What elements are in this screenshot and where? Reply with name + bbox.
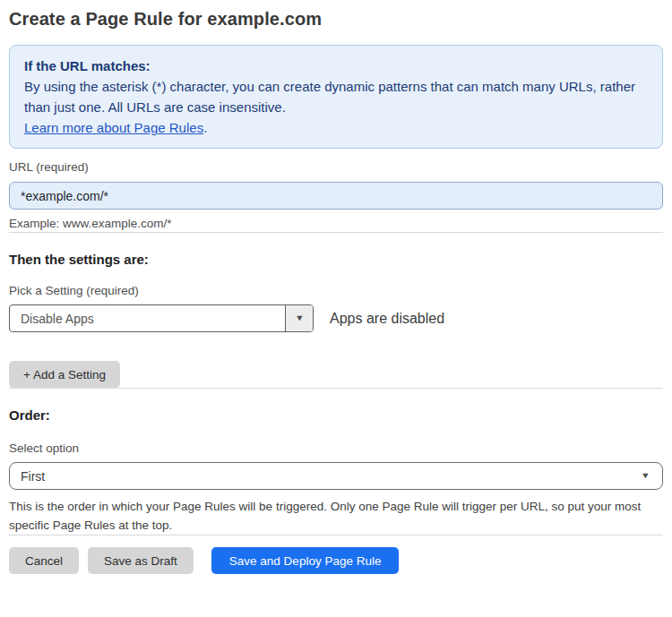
- add-setting-button[interactable]: + Add a Setting: [9, 361, 120, 388]
- info-box-body: By using the asterisk (*) character, you…: [24, 76, 648, 117]
- page-rule-form: Create a Page Rule for example.com If th…: [0, 0, 672, 583]
- order-select[interactable]: First ▼: [9, 462, 663, 490]
- order-select-label: Select option: [9, 441, 663, 457]
- url-field-label: URL (required): [9, 159, 663, 176]
- save-as-draft-button[interactable]: Save as Draft: [88, 547, 194, 574]
- caret-down-icon: ▼: [295, 314, 305, 322]
- divider: [9, 232, 663, 233]
- setting-select-value: Disable Apps: [10, 305, 285, 331]
- url-input[interactable]: [9, 182, 663, 210]
- info-box-heading: If the URL matches:: [24, 56, 648, 76]
- url-example-helper: Example: www.example.com/*: [9, 216, 663, 232]
- caret-down-icon: ▼: [641, 472, 650, 480]
- setting-picker-row: Disable Apps ▼ Apps are disabled: [9, 304, 663, 332]
- order-helper-text: This is the order in which your Page Rul…: [9, 497, 658, 535]
- settings-section-heading: Then the settings are:: [9, 251, 663, 269]
- learn-more-link[interactable]: Learn more about Page Rules: [24, 120, 203, 135]
- save-and-deploy-button[interactable]: Save and Deploy Page Rule: [211, 547, 400, 574]
- setting-select[interactable]: Disable Apps ▼: [9, 304, 314, 332]
- setting-select-arrow-button[interactable]: ▼: [285, 305, 313, 331]
- divider: [9, 535, 663, 536]
- setting-picker-label: Pick a Setting (required): [9, 283, 663, 299]
- page-title: Create a Page Rule for example.com: [9, 7, 663, 30]
- order-select-value: First: [21, 469, 45, 484]
- cancel-button[interactable]: Cancel: [9, 547, 79, 574]
- form-actions: Cancel Save as Draft Save and Deploy Pag…: [9, 547, 663, 574]
- link-period: .: [203, 120, 207, 135]
- order-section-heading: Order:: [9, 407, 663, 424]
- url-match-info-box: If the URL matches: By using the asteris…: [9, 45, 663, 149]
- divider: [9, 388, 663, 389]
- info-box-link-line: Learn more about Page Rules.: [24, 117, 648, 138]
- setting-status-text: Apps are disabled: [330, 311, 444, 327]
